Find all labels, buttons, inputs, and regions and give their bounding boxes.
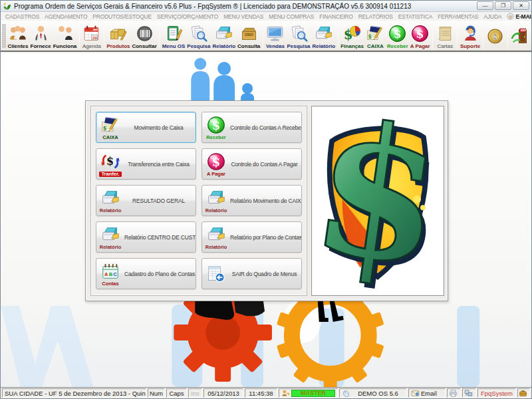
- letters-icon: [436, 24, 455, 43]
- button-caption: Receber: [206, 135, 226, 140]
- button-cadastro-do-plano-de-contas[interactable]: ABC Contas Cadastro do Plano de Contas: [96, 258, 196, 289]
- products-icon: [108, 24, 128, 43]
- svg-text:$: $: [368, 34, 372, 40]
- toolbar-receber[interactable]: $ Receber: [386, 21, 410, 51]
- svg-text:JAN: JAN: [93, 28, 98, 31]
- button-caption: Contas: [102, 281, 118, 287]
- button-movimento-de-caixa[interactable]: $ CAIXA Movimento de Caixa: [96, 112, 196, 143]
- exit-door-icon: EXIT: [510, 27, 529, 46]
- svg-text:$: $: [493, 33, 498, 41]
- status-user-name: MASTER: [291, 390, 335, 397]
- toolbar-fornece[interactable]: Fornece: [29, 21, 52, 51]
- toolbar-vendas[interactable]: Vendas: [265, 21, 286, 51]
- menu-relatorios[interactable]: RELATÓRIOS: [356, 13, 396, 20]
- toolbar-separator: [104, 23, 104, 49]
- toolbar-funciona[interactable]: Funciona: [52, 21, 78, 51]
- calendar-icon: JAN29: [82, 24, 101, 43]
- menu-agendamento[interactable]: AGENDAMENTO: [42, 13, 90, 20]
- red-dollar-icon: $: [206, 152, 226, 172]
- svg-text:@: @: [509, 15, 513, 19]
- status-product: DEMO OS 5.6: [339, 388, 407, 398]
- button-relatorio-por-plano-de-contas[interactable]: Relatório Relatório por Plano de Contas: [201, 221, 302, 253]
- status-location-date: SUA CIDADE - UF 5 de Dezembro de 2013 - …: [2, 388, 146, 398]
- toolbar-agenda[interactable]: JAN29 Agenda: [81, 21, 102, 51]
- minimize-button[interactable]: —: [477, 1, 493, 10]
- menu-cadastros[interactable]: CADASTROS: [3, 13, 42, 20]
- toolbar-coin-icon[interactable]: $: [485, 21, 506, 51]
- toolbar-grip: [2, 24, 6, 48]
- button-caption: Relatório: [100, 245, 122, 250]
- restore-button[interactable]: ❐: [495, 1, 511, 10]
- button-caption: A Pagar: [207, 172, 225, 177]
- report-printer-icon: [206, 225, 226, 245]
- button-caption: Relatório: [205, 245, 227, 250]
- toolbar-a-pagar[interactable]: $ A Pagar: [409, 21, 431, 51]
- status-email-button[interactable]: Email: [408, 388, 446, 398]
- app-window: Programa Ordem de Serviços Gerais & Fina…: [0, 0, 532, 399]
- button-label: Relatório CENTRO DE CUSTOS: [124, 234, 196, 241]
- toolbar-consulta[interactable]: Consulta: [237, 21, 261, 51]
- finance-pie-icon: $: [342, 24, 362, 43]
- email-status-icon: [411, 389, 420, 398]
- toolbar-pesquisa[interactable]: Pesquisa: [286, 21, 311, 51]
- network-icon: [464, 389, 473, 398]
- button-label: Relatório por Plano de Contas: [230, 234, 302, 241]
- menu-ajuda[interactable]: AJUDA: [481, 13, 505, 20]
- menu-estatistica[interactable]: ESTATISTICA: [396, 13, 435, 20]
- status-case: [517, 388, 530, 398]
- menu-menu-vendas[interactable]: MENU VENDAS: [221, 13, 266, 20]
- button-relatorio-movimento-de-caixa[interactable]: Relatório Relatório Movimento de CAIXA: [201, 185, 302, 216]
- red-dollar-icon: $: [410, 24, 430, 43]
- toolbar: Clientes Fornece Funciona JAN29 Agenda P…: [1, 21, 531, 52]
- status-user: MASTER: [279, 388, 338, 398]
- button-resultado-geral[interactable]: Relatório RESULTADO GERAL: [96, 185, 196, 216]
- menu-financeiro[interactable]: FINANCEIRO: [317, 13, 355, 20]
- toolbar-suporte[interactable]: Suporte: [459, 21, 481, 51]
- button-label: Controle do Contas A Pagar: [230, 161, 301, 168]
- toolbar-consultar[interactable]: Consultar: [131, 21, 158, 51]
- support-icon: [461, 24, 480, 43]
- menu-menu-compras[interactable]: MENU COMPRAS: [266, 13, 317, 20]
- toolbar-cartas[interactable]: Cartas: [434, 21, 456, 51]
- printer-icon: [314, 24, 333, 43]
- menu-produtos-estoque[interactable]: PRODUTOS/ESTOQUE: [90, 13, 154, 20]
- toolbar-relatorio[interactable]: Relatório: [211, 21, 237, 51]
- titlebar: Programa Ordem de Serviços Gerais & Fina…: [1, 1, 531, 12]
- toolbar-clientes[interactable]: Clientes: [7, 21, 29, 51]
- toolbar-produtos[interactable]: Produtos: [106, 21, 131, 51]
- menu-servico-orcamento[interactable]: SERVIÇO/ORÇAMENTO: [154, 13, 221, 20]
- toolbar-separator: [79, 23, 80, 49]
- report-printer-icon: [206, 188, 226, 208]
- svg-text:$: $: [103, 125, 106, 132]
- button-transferencia-entre-caixa[interactable]: $ Tranfer. Transferencia entre Caixa: [96, 148, 196, 180]
- status-caps-lock: Caps: [166, 388, 187, 398]
- button-controle-do-contas-a-pagar[interactable]: $ A Pagar Controle do Contas A Pagar: [201, 148, 302, 180]
- button-caption: Relatório: [205, 208, 227, 213]
- menu-ferramentas[interactable]: FERRAMENTAS: [435, 13, 481, 20]
- drawer-icon: [239, 24, 259, 43]
- monitor-icon: [265, 24, 285, 43]
- cashbook-icon: $: [366, 24, 385, 43]
- menu-email[interactable]: @ E-MAIL: [504, 13, 532, 20]
- toolbar-exit-door-icon[interactable]: EXIT: [509, 21, 531, 51]
- status-printer-button[interactable]: [447, 388, 461, 398]
- toolbar-menu-os[interactable]: Menu OS: [161, 21, 186, 51]
- report-printer-icon: [100, 225, 120, 245]
- button-sair-do-quadro-de-menus[interactable]: SAIR do Quadro de Menus: [201, 258, 302, 289]
- close-button[interactable]: ✕: [513, 1, 529, 10]
- toolbar-financas[interactable]: $ Finanças: [340, 21, 365, 51]
- toolbar-separator: [483, 23, 483, 49]
- status-network-button[interactable]: [462, 388, 476, 398]
- svg-text:EXIT: EXIT: [521, 29, 527, 32]
- button-controle-do-contas-a-receber[interactable]: $ Receber Controle do Contas A Receber: [201, 112, 302, 143]
- svg-text:$: $: [212, 155, 220, 169]
- toolbar-separator: [432, 23, 433, 49]
- svg-text:B: B: [109, 271, 113, 277]
- svg-text:$: $: [416, 27, 424, 41]
- toolbar-relatorio[interactable]: Relatório: [311, 21, 336, 51]
- toolbar-caixa[interactable]: $ CAIXA: [364, 21, 386, 51]
- toolbar-pesquisa[interactable]: Pesquisa: [186, 21, 211, 51]
- button-relatorio-centro-de-custos[interactable]: Relatório Relatório CENTRO DE CUSTOS: [96, 221, 196, 253]
- user-key-icon: [281, 389, 290, 398]
- svg-text:A: A: [104, 271, 108, 277]
